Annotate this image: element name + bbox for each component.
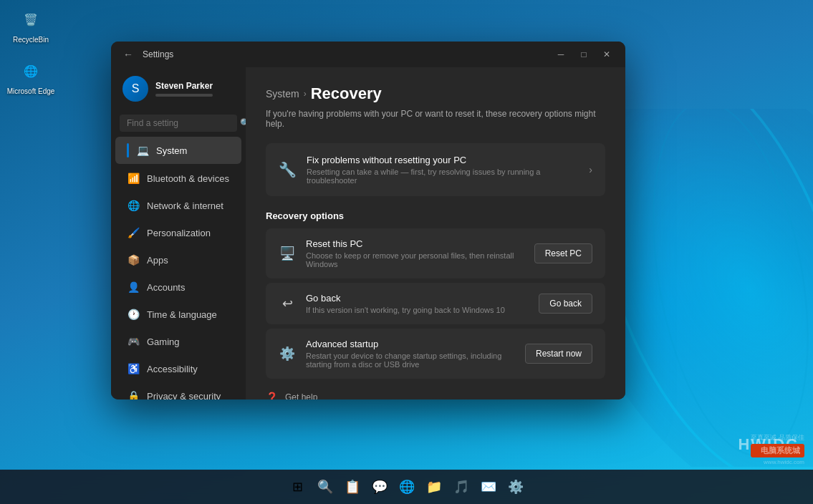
get-help-icon: ❓ xyxy=(266,392,278,399)
breadcrumb-separator: › xyxy=(304,89,307,99)
search-icon: 🔍 xyxy=(240,118,246,128)
reset-pc-button[interactable]: Reset PC xyxy=(534,243,592,263)
sidebar-item-personalization[interactable]: 🖌️ Personalization xyxy=(115,220,241,246)
gaming-icon: 🎮 xyxy=(127,335,140,348)
advanced-startup-icon: ⚙️ xyxy=(279,346,296,362)
taskbar-explorer[interactable]: 📁 xyxy=(423,475,446,498)
fix-problems-text: Fix problems without resetting your PC R… xyxy=(307,155,579,185)
accounts-icon: 👤 xyxy=(127,281,140,294)
breadcrumb-current: Recovery xyxy=(311,84,382,103)
maximize-button[interactable]: □ xyxy=(574,44,594,64)
sidebar-item-label-apps: Apps xyxy=(147,255,168,266)
desktop-icon-edge[interactable]: 🌐 Microsoft Edge xyxy=(6,57,56,95)
sidebar-item-label-system: System xyxy=(156,145,187,156)
sidebar-item-accounts[interactable]: 👤 Accounts xyxy=(115,274,241,300)
fix-problems-desc: Resetting can take a while — first, try … xyxy=(307,168,579,185)
time-icon: 🕐 xyxy=(127,308,140,321)
get-help-link[interactable]: ❓ Get help xyxy=(266,392,605,399)
fix-problems-title: Fix problems without resetting your PC xyxy=(307,155,579,165)
go-back-text: Go back If this version isn't working, t… xyxy=(306,293,529,314)
sidebar-item-system[interactable]: 💻 System xyxy=(115,137,241,164)
fix-problems-icon: 🔧 xyxy=(279,161,297,178)
system-icon: 💻 xyxy=(136,144,149,157)
sidebar-item-accessibility[interactable]: ♿ Accessibility xyxy=(115,356,241,382)
taskbar-search[interactable]: 🔍 xyxy=(314,475,337,498)
watermark-brand: 电脑系统城 xyxy=(751,444,804,457)
network-icon: 🌐 xyxy=(127,199,140,212)
go-back-card: ↩ Go back If this version isn't working,… xyxy=(266,283,605,324)
go-back-button[interactable]: Go back xyxy=(539,294,592,314)
chevron-right-icon: › xyxy=(589,164,592,175)
page-description: If you're having problems with your PC o… xyxy=(266,109,605,129)
avatar: S xyxy=(122,76,148,102)
user-info: Steven Parker xyxy=(155,81,213,97)
sidebar-item-bluetooth[interactable]: 📶 Bluetooth & devices xyxy=(115,165,241,191)
reset-pc-text: Reset this PC Choose to keep or remove y… xyxy=(306,238,524,268)
edge-label: Microsoft Edge xyxy=(7,87,55,95)
sidebar-item-network[interactable]: 🌐 Network & internet xyxy=(115,193,241,218)
taskbar-edge[interactable]: 🌐 xyxy=(395,475,418,498)
window-body: S Steven Parker 🔍 💻 System 📶 Blue xyxy=(111,67,625,399)
active-bar xyxy=(127,143,129,158)
desktop-icon-recyclebin[interactable]: 🗑️ RecycleBin xyxy=(6,6,56,44)
sidebar-item-label-bluetooth: Bluetooth & devices xyxy=(147,173,229,184)
sidebar-item-label-accessibility: Accessibility xyxy=(147,364,198,374)
search-box: 🔍 xyxy=(120,115,237,132)
taskbar-settings[interactable]: ⚙️ xyxy=(504,475,527,498)
recyclebin-label: RecycleBin xyxy=(13,36,49,44)
fix-problems-card[interactable]: 🔧 Fix problems without resetting your PC… xyxy=(266,143,605,196)
taskbar-taskview[interactable]: 📋 xyxy=(341,475,364,498)
taskbar-music[interactable]: 🎵 xyxy=(450,475,473,498)
sidebar: S Steven Parker 🔍 💻 System 📶 Blue xyxy=(111,67,246,399)
search-input[interactable] xyxy=(127,118,234,128)
taskbar-start[interactable]: ⊞ xyxy=(287,475,309,498)
advanced-startup-card: ⚙️ Advanced startup Restart your device … xyxy=(266,329,605,379)
taskbar-mail[interactable]: ✉️ xyxy=(477,475,500,498)
bluetooth-icon: 📶 xyxy=(127,172,140,185)
main-content: System › Recovery If you're having probl… xyxy=(246,67,625,399)
minimize-button[interactable]: ─ xyxy=(551,44,571,64)
reset-pc-title: Reset this PC xyxy=(306,238,524,249)
user-email-bar xyxy=(155,94,213,97)
sidebar-item-label-gaming: Gaming xyxy=(147,336,180,347)
window-controls: ─ □ ✕ xyxy=(551,44,617,64)
advanced-startup-text: Advanced startup Restart your device to … xyxy=(306,339,515,369)
reset-pc-desc: Choose to keep or remove your personal f… xyxy=(306,251,524,268)
personalization-icon: 🖌️ xyxy=(127,226,140,239)
sidebar-item-privacy[interactable]: 🔒 Privacy & security xyxy=(115,383,241,399)
accessibility-icon: ♿ xyxy=(127,362,140,375)
restart-now-button[interactable]: Restart now xyxy=(525,344,592,364)
advanced-startup-title: Advanced startup xyxy=(306,339,515,349)
sidebar-item-label-time: Time & language xyxy=(147,309,217,320)
advanced-startup-desc: Restart your device to change startup se… xyxy=(306,352,515,369)
back-button[interactable]: ← xyxy=(120,46,137,63)
sidebar-item-label-personalization: Personalization xyxy=(147,228,211,238)
sidebar-item-gaming[interactable]: 🎮 Gaming xyxy=(115,329,241,354)
sidebar-item-time[interactable]: 🕐 Time & language xyxy=(115,301,241,327)
sidebar-item-apps[interactable]: 📦 Apps xyxy=(115,247,241,273)
go-back-title: Go back xyxy=(306,293,529,304)
recovery-section-title: Recovery options xyxy=(266,210,605,221)
close-button[interactable]: ✕ xyxy=(597,44,617,64)
recyclebin-icon: 🗑️ xyxy=(17,6,44,33)
taskbar-chat[interactable]: 💬 xyxy=(368,475,391,498)
title-bar: ← Settings ─ □ ✕ xyxy=(111,42,625,67)
watermark-sub: 至真至诚 品质保佳 电脑系统城 www.hwidc.com xyxy=(751,433,804,465)
settings-window: ← Settings ─ □ ✕ S Steven Parker xyxy=(111,42,625,399)
reset-pc-icon: 🖥️ xyxy=(279,246,296,261)
edge-icon: 🌐 xyxy=(17,57,44,84)
breadcrumb-parent: System xyxy=(266,88,299,100)
user-profile[interactable]: S Steven Parker xyxy=(111,67,246,110)
sidebar-item-label-accounts: Accounts xyxy=(147,282,185,293)
privacy-icon: 🔒 xyxy=(127,389,140,399)
taskbar: ⊞ 🔍 📋 💬 🌐 📁 🎵 ✉️ ⚙️ xyxy=(0,470,813,504)
user-name: Steven Parker xyxy=(155,81,213,91)
sidebar-item-label-network: Network & internet xyxy=(147,200,223,211)
go-back-desc: If this version isn't working, try going… xyxy=(306,306,529,314)
get-help-label: Get help xyxy=(285,392,317,399)
go-back-icon: ↩ xyxy=(279,296,296,311)
apps-icon: 📦 xyxy=(127,253,140,266)
breadcrumb: System › Recovery xyxy=(266,84,605,103)
sidebar-item-label-privacy: Privacy & security xyxy=(147,391,221,400)
window-title: Settings xyxy=(143,49,173,59)
